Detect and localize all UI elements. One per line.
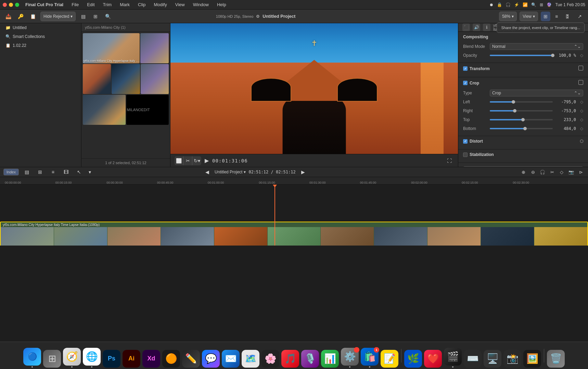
messenger-icon[interactable]: 💬: [202, 350, 220, 368]
launchpad-icon[interactable]: ⊞: [43, 350, 61, 368]
crop-top-slider[interactable]: [490, 119, 553, 120]
timeline-headphones-btn[interactable]: 🎧: [539, 168, 546, 176]
vectornator-icon[interactable]: ✏️: [182, 350, 200, 368]
distort-checkbox[interactable]: ✓: [463, 139, 468, 144]
thumbnail-clip3[interactable]: [83, 64, 111, 94]
thumbnail-clip1[interactable]: yt5s.com-Milano City Hyperlapse Italy Ti…: [83, 33, 140, 63]
viewer-fit-btn[interactable]: ⬜: [175, 156, 183, 165]
inspector-icon-btn3[interactable]: 🎛: [563, 12, 572, 21]
sysprefs-icon[interactable]: ⚙️: [341, 348, 359, 366]
crop-top-thumb[interactable]: [521, 118, 525, 121]
thumbnail-clip4[interactable]: [112, 64, 140, 94]
crop-left-thumb[interactable]: [512, 100, 515, 104]
app-name-menu[interactable]: Final Cut Pro Trial: [23, 1, 65, 8]
fcp-icon[interactable]: 🎬: [444, 348, 462, 366]
typeface-icon[interactable]: ⌨️: [464, 350, 482, 368]
fantastical-icon[interactable]: ❤️: [424, 350, 442, 368]
photos-icon[interactable]: 🌸: [261, 350, 279, 368]
crop-left-reset[interactable]: ◇: [580, 100, 583, 104]
cursor-dropdown[interactable]: ▾: [85, 167, 95, 177]
timeline-title-btn[interactable]: Untitled Project ▾: [215, 170, 246, 174]
unknown2-icon[interactable]: 🖼️: [523, 350, 541, 368]
crop-expand-icon[interactable]: [578, 80, 583, 86]
clip-bar[interactable]: yt5s.com-Milano City Hyperlapse Italy Ti…: [0, 222, 588, 246]
timeline-audio-btn[interactable]: ⊳: [577, 168, 585, 176]
appstore-icon[interactable]: 🛍️ 1: [361, 348, 379, 366]
timeline-edit-btn[interactable]: ✂: [548, 168, 556, 176]
maximize-button[interactable]: [15, 3, 19, 7]
blend-mode-select[interactable]: Normal ⌃⌄: [490, 43, 583, 50]
menubar-search-icon[interactable]: 🔍: [531, 2, 536, 7]
save-effects-preset-btn[interactable]: Save Effects Preset: [463, 166, 583, 167]
safari-icon[interactable]: 🧭: [63, 348, 81, 366]
unknown1-icon[interactable]: 🖥️: [484, 350, 501, 368]
crop-right-slider[interactable]: [490, 110, 553, 111]
maps-icon[interactable]: 🗺️: [242, 350, 259, 368]
thumbnail-clip6[interactable]: [83, 95, 126, 125]
xd-icon[interactable]: Xd: [142, 350, 160, 368]
crop-top-reset[interactable]: ◇: [580, 117, 583, 122]
help-menu[interactable]: Help: [215, 1, 228, 8]
screenium-icon[interactable]: 📸: [503, 350, 521, 368]
music-icon[interactable]: 🎵: [281, 350, 299, 368]
hide-rejected-btn[interactable]: Hide Rejected ▾: [40, 12, 76, 21]
minimize-button[interactable]: [9, 3, 13, 7]
index-options-btn[interactable]: ≡: [48, 167, 58, 177]
timeline-prev-btn[interactable]: ◀: [202, 167, 212, 177]
viewer-trim-btn[interactable]: ✂: [183, 156, 192, 165]
play-button[interactable]: ▶: [205, 157, 209, 164]
chrome-icon[interactable]: 🌐: [83, 348, 101, 366]
photoshop-icon[interactable]: Ps: [103, 350, 120, 368]
inspector-info-btn[interactable]: ℹ: [483, 24, 490, 31]
view-btn[interactable]: View ▾: [520, 12, 538, 21]
illustrator-icon[interactable]: Ai: [123, 350, 140, 368]
sidebar-item-untitled[interactable]: 📁 Untitled: [1, 24, 80, 32]
transform-expand-icon[interactable]: [578, 66, 583, 71]
trim-menu[interactable]: Trim: [101, 1, 114, 8]
thumbnail-clip2[interactable]: [140, 33, 169, 63]
toolbar-keywords-btn[interactable]: 🔑: [16, 12, 25, 21]
mark-menu[interactable]: Mark: [118, 1, 132, 8]
thumbnail-clip7[interactable]: MILANOEDIT: [126, 95, 169, 125]
index-list-btn[interactable]: ▤: [22, 167, 32, 177]
sidebar-item-date[interactable]: 📋 1.02.22: [1, 41, 80, 50]
mail-icon[interactable]: ✉️: [222, 350, 240, 368]
timeline-zoom-in-btn[interactable]: ⊕: [520, 168, 527, 176]
podcasts-icon[interactable]: 🎙️: [301, 350, 319, 368]
clip-menu[interactable]: Clip: [136, 1, 148, 8]
list-view-btn[interactable]: ▤: [78, 12, 88, 21]
finder-icon[interactable]: 🔵: [23, 348, 41, 366]
inspector-icon-btn1[interactable]: ⊞: [541, 12, 550, 21]
toolbar-import-btn[interactable]: 📥: [3, 12, 13, 21]
crop-bottom-reset[interactable]: ◇: [580, 126, 583, 131]
opacity-edit-icon[interactable]: ◇: [580, 53, 583, 58]
crop-bottom-thumb[interactable]: [523, 127, 527, 130]
close-button[interactable]: [3, 3, 7, 7]
menubar-controlcenter-icon[interactable]: ⊞: [540, 2, 543, 7]
grid-view-btn[interactable]: ⊞: [91, 12, 100, 21]
cursor-btn[interactable]: ↖: [74, 167, 84, 177]
crop-type-select[interactable]: Crop ⌃⌄: [490, 90, 583, 96]
opacity-slider[interactable]: [490, 55, 553, 56]
playhead[interactable]: [274, 185, 275, 246]
index-btn[interactable]: Index: [3, 169, 19, 175]
numbers-icon[interactable]: 📊: [321, 350, 339, 368]
fullscreen-btn[interactable]: ⛶: [445, 156, 454, 165]
opacity-slider-thumb[interactable]: [551, 54, 554, 57]
crop-right-thumb[interactable]: [513, 109, 516, 113]
viewer-transform-dropdown[interactable]: ↻▾: [192, 156, 201, 165]
distort-expand-icon[interactable]: ⬡: [580, 139, 583, 144]
zoom-btn[interactable]: 58% ▾: [499, 12, 517, 21]
modify-menu[interactable]: Modify: [152, 1, 169, 8]
thumbnail-clip5[interactable]: [141, 64, 169, 94]
menubar-siri-icon[interactable]: 🔮: [547, 2, 552, 7]
trash-icon[interactable]: 🗑️: [547, 350, 565, 368]
index-view-btn[interactable]: 🎞: [61, 167, 71, 177]
inspector-audio-btn[interactable]: 🔊: [473, 24, 480, 31]
crop-right-reset[interactable]: ◇: [580, 108, 583, 113]
window-menu[interactable]: Window: [191, 1, 211, 8]
timeline-next-btn[interactable]: ▶: [298, 167, 308, 177]
resolution-settings-icon[interactable]: ⚙: [256, 14, 260, 19]
inspector-icon-btn2[interactable]: ≡: [552, 12, 561, 21]
index-plus-btn[interactable]: ⊞: [35, 167, 45, 177]
